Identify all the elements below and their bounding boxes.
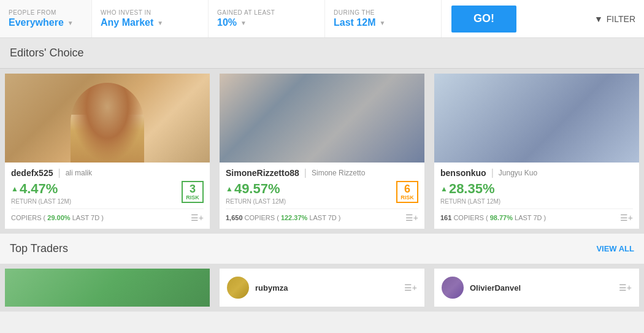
username-2[interactable]: SimoneRizzetto88 — [226, 168, 299, 178]
add-copier-icon-1[interactable]: ☰+ — [191, 213, 204, 223]
top-traders-title: Top Traders — [10, 242, 68, 255]
menu-icon-olivier[interactable]: ☰+ — [619, 283, 632, 293]
add-copier-icon-2[interactable]: ☰+ — [405, 213, 418, 223]
return-label-3: RETURN (LAST 12M) — [440, 198, 500, 205]
chevron-down-icon: ▼ — [157, 20, 163, 26]
during-value[interactable]: Last 12M ▼ — [334, 17, 432, 28]
top-traders-header: Top Traders VIEW ALL — [0, 234, 644, 264]
return-row-2: 49.57% RETURN (LAST 12M) 6 RISK — [226, 181, 418, 205]
go-button[interactable]: GO! — [451, 6, 516, 33]
card-info-1: dedefx525 | ali malik 4.47% RETURN (LAST… — [5, 163, 210, 229]
copiers-text-3: 161 COPIERS ( 98.77% LAST 7D ) — [440, 214, 546, 221]
trader-photo-1 — [5, 74, 210, 163]
people-from-label: PEOPLE FROM — [9, 9, 83, 16]
copiers-text-1: COPIERS ( 29.00% LAST 7D ) — [11, 214, 104, 221]
realname-3: Jungyu Kuo — [499, 169, 537, 177]
username-1[interactable]: dedefx525 — [11, 168, 53, 178]
view-all-button[interactable]: VIEW ALL — [596, 244, 634, 253]
bottom-card-rubymza[interactable]: rubymza ☰+ — [220, 269, 424, 307]
copiers-row-1: COPIERS ( 29.00% LAST 7D ) ☰+ — [11, 209, 204, 223]
return-block-3: 28.35% RETURN (LAST 12M) — [440, 181, 500, 205]
realname-2: Simone Rizzetto — [312, 169, 365, 177]
chevron-down-icon: ▼ — [67, 20, 74, 26]
return-row-1: 4.47% RETURN (LAST 12M) 3 RISK — [11, 181, 204, 205]
card-info-3: bensonkuo | Jungyu Kuo 28.35% RETURN (LA… — [434, 163, 639, 229]
trader-name-olivier: OlivierDanvel — [470, 283, 521, 293]
risk-badge-1: 3 RISK — [182, 181, 204, 203]
bottom-cards-row: rubymza ☰+ OlivierDanvel ☰+ — [0, 264, 644, 312]
who-invest-value[interactable]: Any Market ▼ — [101, 17, 199, 28]
who-invest-label: WHO INVEST IN — [101, 9, 199, 16]
filter-icon: ▼ — [594, 14, 603, 24]
trader-photo-3 — [434, 74, 639, 163]
gained-label: GAINED AT LEAST — [217, 9, 316, 16]
risk-badge-2: 6 RISK — [396, 181, 418, 203]
username-row-1: dedefx525 | ali malik — [11, 167, 204, 178]
return-pct-2: 49.57% — [226, 181, 286, 197]
filter-button[interactable]: ▼ FILTER — [594, 14, 635, 24]
realname-1: ali malik — [66, 169, 92, 177]
copiers-delta-1: 29.00% — [47, 214, 70, 221]
return-pct-3: 28.35% — [440, 181, 500, 197]
filter-bar: PEOPLE FROM Everywhere ▼ WHO INVEST IN A… — [0, 0, 644, 38]
return-block-1: 4.47% RETURN (LAST 12M) — [11, 181, 71, 205]
trader-card-3: bensonkuo | Jungyu Kuo 28.35% RETURN (LA… — [434, 74, 639, 229]
card-info-2: SimoneRizzetto88 | Simone Rizzetto 49.57… — [220, 163, 424, 229]
return-pct-1: 4.47% — [11, 181, 71, 197]
trader-name-rubymza: rubymza — [255, 283, 288, 293]
chevron-down-icon: ▼ — [379, 20, 385, 26]
bottom-card-olivier[interactable]: OlivierDanvel ☰+ — [434, 269, 639, 307]
editors-choice-cards: dedefx525 | ali malik 4.47% RETURN (LAST… — [0, 69, 644, 234]
menu-icon-rubymza[interactable]: ☰+ — [404, 283, 417, 293]
editors-choice-header: Editors' Choice — [0, 38, 644, 69]
return-row-3: 28.35% RETURN (LAST 12M) — [440, 181, 633, 205]
trader-card-1: dedefx525 | ali malik 4.47% RETURN (LAST… — [5, 74, 210, 229]
username-row-2: SimoneRizzetto88 | Simone Rizzetto — [226, 167, 418, 178]
copiers-delta-3: 98.77% — [490, 214, 513, 221]
username-3[interactable]: bensonkuo — [440, 168, 486, 178]
copiers-row-3: 161 COPIERS ( 98.77% LAST 7D ) ☰+ — [440, 209, 633, 223]
chevron-down-icon: ▼ — [240, 20, 247, 26]
avatar-rubymza — [227, 277, 249, 299]
return-label-1: RETURN (LAST 12M) — [11, 198, 71, 205]
copiers-text-2: 1,650 COPIERS ( 122.37% LAST 7D ) — [226, 214, 341, 221]
trader-photo-2 — [220, 74, 424, 163]
gained-value[interactable]: 10% ▼ — [217, 17, 316, 28]
copiers-delta-2: 122.37% — [281, 214, 307, 221]
avatar-olivier — [442, 277, 464, 299]
trader-card-2: SimoneRizzetto88 | Simone Rizzetto 49.57… — [220, 74, 424, 229]
who-invest-filter[interactable]: WHO INVEST IN Any Market ▼ — [92, 0, 209, 37]
add-copier-icon-3[interactable]: ☰+ — [620, 213, 633, 223]
during-filter[interactable]: DURING THE Last 12M ▼ — [325, 0, 442, 37]
return-block-2: 49.57% RETURN (LAST 12M) — [226, 181, 286, 205]
username-row-3: bensonkuo | Jungyu Kuo — [440, 167, 633, 178]
people-from-value[interactable]: Everywhere ▼ — [9, 17, 83, 28]
people-from-filter[interactable]: PEOPLE FROM Everywhere ▼ — [0, 0, 92, 37]
gained-filter[interactable]: GAINED AT LEAST 10% ▼ — [209, 0, 325, 37]
during-label: DURING THE — [334, 9, 432, 16]
return-label-2: RETURN (LAST 12M) — [226, 198, 286, 205]
bottom-card-green[interactable] — [5, 269, 210, 307]
copiers-row-2: 1,650 COPIERS ( 122.37% LAST 7D ) ☰+ — [226, 209, 418, 223]
